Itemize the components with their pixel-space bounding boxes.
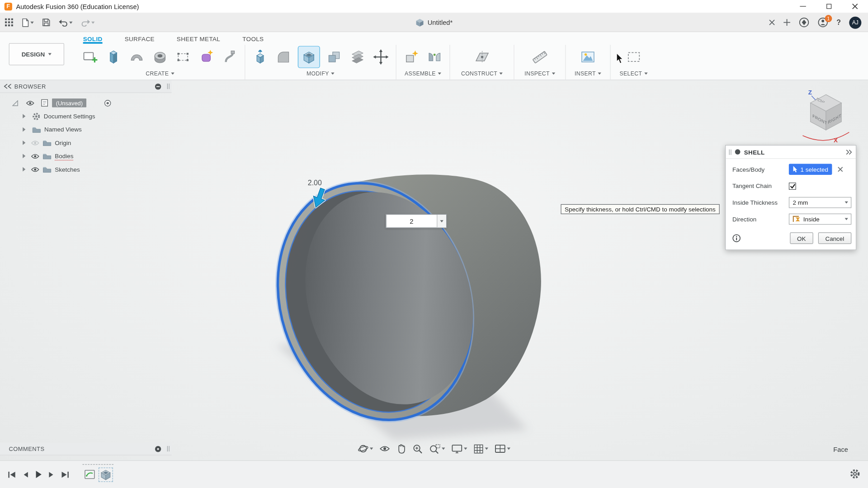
browser-header[interactable]: BROWSER	[0, 80, 172, 93]
close-button[interactable]	[842, 0, 868, 13]
extrude-button[interactable]	[105, 49, 122, 66]
help-icon[interactable]: ?	[836, 18, 841, 26]
tree-row-origin[interactable]: Origin	[0, 136, 172, 149]
job-status-button[interactable]: 1	[818, 17, 828, 28]
info-icon[interactable]	[732, 234, 741, 242]
comments-header[interactable]: COMMENTS	[0, 443, 172, 455]
thickness-input-box[interactable]: 2	[386, 214, 447, 228]
expand-caret[interactable]	[23, 114, 25, 118]
display-settings-button[interactable]	[451, 443, 467, 454]
insert-group-label[interactable]: INSERT	[575, 70, 601, 76]
dialog-drag-grip[interactable]	[729, 149, 731, 155]
shell-button[interactable]	[298, 47, 320, 68]
joint-button[interactable]	[426, 49, 443, 66]
go-to-end-icon[interactable]	[61, 470, 69, 478]
fillet-button[interactable]	[275, 49, 292, 66]
press-pull-button[interactable]	[252, 49, 269, 66]
undo-button[interactable]	[59, 19, 73, 26]
save-button[interactable]	[42, 18, 50, 26]
sketch-feature-icon[interactable]	[84, 468, 97, 481]
orbit-button[interactable]	[358, 443, 373, 454]
construct-plane-button[interactable]	[474, 49, 491, 66]
hole-button[interactable]	[152, 49, 169, 66]
thickness-input-dropdown[interactable]	[437, 215, 446, 227]
viewports-button[interactable]	[494, 443, 510, 454]
activate-radio-icon[interactable]	[104, 99, 112, 107]
assemble-group-label[interactable]: ASSEMBLE	[405, 70, 441, 76]
select-button[interactable]	[625, 49, 642, 66]
pan-button[interactable]	[396, 443, 406, 454]
sweep-button[interactable]	[222, 49, 238, 66]
measure-button[interactable]	[532, 49, 548, 66]
create-group-label[interactable]: CREATE	[146, 70, 174, 76]
file-menu-button[interactable]	[22, 18, 34, 27]
redo-button[interactable]	[81, 19, 95, 26]
step-forward-icon[interactable]	[48, 470, 55, 478]
play-icon[interactable]	[35, 470, 42, 479]
close-document-icon[interactable]	[769, 19, 775, 25]
extensions-icon[interactable]	[799, 17, 809, 28]
tree-row-bodies[interactable]: Bodies	[0, 150, 172, 163]
revolve-button[interactable]	[128, 49, 145, 66]
tree-row-document-settings[interactable]: Document Settings	[0, 109, 172, 122]
document-tab[interactable]: Untitled*	[415, 13, 453, 32]
root-visibility-eye-icon[interactable]	[26, 100, 34, 106]
workspace-selector[interactable]: DESIGN	[9, 43, 64, 66]
tab-solid[interactable]: SOLID	[83, 35, 103, 43]
tab-sheet-metal[interactable]: SHEET METAL	[177, 35, 220, 43]
browser-options-icon[interactable]	[155, 83, 162, 90]
box-primitive-button[interactable]	[175, 49, 192, 66]
create-sketch-button[interactable]	[82, 49, 99, 66]
expand-caret[interactable]	[23, 154, 25, 158]
dialog-expand-icon[interactable]	[846, 149, 853, 155]
tree-row-sketches[interactable]: Sketches	[0, 163, 172, 176]
tangent-chain-checkbox[interactable]	[789, 182, 796, 189]
timeline-settings[interactable]	[850, 469, 868, 480]
insert-canvas-button[interactable]	[580, 49, 596, 66]
viewcube[interactable]: Z TOP FRONT RIGHT X	[786, 84, 868, 150]
combine-button[interactable]	[326, 49, 343, 66]
go-to-start-icon[interactable]	[8, 470, 16, 478]
shell-dialog-header[interactable]: SHELL	[726, 145, 856, 159]
expand-caret[interactable]	[23, 167, 25, 172]
cancel-button[interactable]: Cancel	[818, 232, 851, 244]
expand-caret[interactable]	[23, 127, 25, 132]
new-component-button[interactable]	[403, 49, 420, 66]
construct-group-label[interactable]: CONSTRUCT	[461, 70, 503, 76]
tree-row-root[interactable]: (Unsaved)	[0, 96, 172, 109]
origin-visibility-eye-icon[interactable]	[31, 140, 39, 145]
tree-row-named-views[interactable]: Named Views	[0, 123, 172, 136]
inspect-group-label[interactable]: INSPECT	[524, 70, 555, 76]
tab-surface[interactable]: SURFACE	[125, 35, 155, 43]
ok-button[interactable]: OK	[790, 232, 813, 244]
thickness-input[interactable]: 2	[387, 215, 437, 227]
step-back-icon[interactable]	[22, 470, 29, 478]
new-document-icon[interactable]	[783, 19, 791, 26]
expand-caret[interactable]	[23, 141, 25, 145]
maximize-button[interactable]	[816, 0, 842, 13]
comments-options-icon[interactable]	[155, 445, 162, 452]
avatar[interactable]: AJ	[849, 16, 861, 28]
create-form-button[interactable]	[198, 49, 215, 66]
bodies-visibility-eye-icon[interactable]	[31, 153, 39, 159]
offset-face-button[interactable]	[349, 49, 366, 66]
inside-thickness-field[interactable]: 2 mm	[789, 197, 851, 208]
select-group-label[interactable]: SELECT	[619, 70, 647, 76]
tab-tools[interactable]: TOOLS	[242, 35, 264, 43]
shell-feature-icon[interactable]	[99, 468, 112, 481]
app-grid-menu-button[interactable]	[5, 18, 13, 26]
zoom-button[interactable]	[412, 443, 423, 454]
look-at-button[interactable]	[379, 443, 390, 454]
fit-button[interactable]	[429, 443, 445, 454]
direction-select[interactable]: Inside	[789, 214, 851, 225]
sketches-visibility-eye-icon[interactable]	[31, 166, 39, 172]
faces-selection-badge[interactable]: 1 selected	[789, 164, 832, 174]
clear-selection-icon[interactable]	[838, 167, 843, 172]
grid-snaps-button[interactable]	[473, 443, 488, 454]
minimize-button[interactable]	[790, 0, 816, 13]
comments-resize-grip[interactable]	[167, 446, 170, 451]
browser-resize-grip[interactable]	[167, 84, 170, 89]
collapse-panel-icon[interactable]	[3, 84, 12, 89]
modify-group-label[interactable]: MODIFY	[307, 70, 335, 76]
root-document-label[interactable]: (Unsaved)	[52, 99, 86, 108]
